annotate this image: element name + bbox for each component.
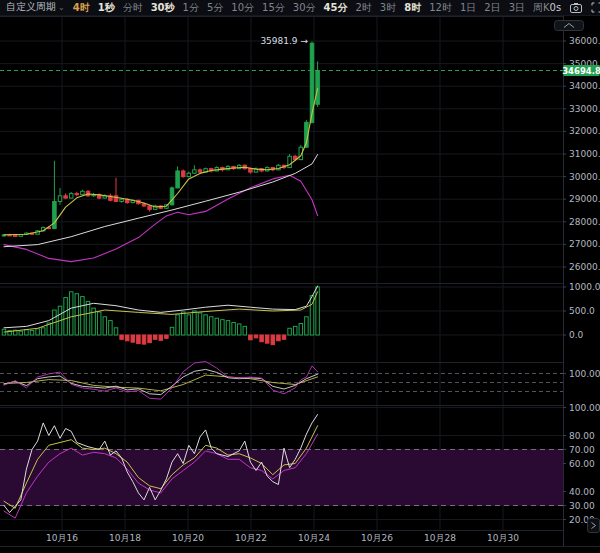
- volume-bar: [221, 320, 225, 335]
- volume-bar: [198, 313, 202, 335]
- volume-bar: [209, 317, 213, 335]
- volume-bar: [19, 331, 23, 335]
- candle-body: [58, 196, 62, 202]
- volume-bar: [75, 294, 79, 335]
- axis-label: 500.0: [569, 306, 595, 316]
- period-周K[interactable]: 周K: [533, 0, 550, 16]
- volume-bar: [237, 324, 241, 335]
- volume-bar: [193, 311, 197, 335]
- volume-bar: [299, 323, 303, 335]
- price-ma-magenta: [4, 175, 318, 261]
- date-label: 10月30: [487, 533, 519, 543]
- volume-bar: [243, 326, 247, 335]
- period-8时[interactable]: 8时: [404, 0, 421, 16]
- volume-bar: [265, 335, 269, 343]
- camera-icon[interactable]: [570, 3, 582, 13]
- date-label: 10月18: [109, 533, 141, 543]
- last-price-value: 34694.8: [562, 66, 600, 76]
- volume-bar: [131, 335, 135, 342]
- axis-label: 70.00: [569, 445, 595, 455]
- axis-label: 34000.0: [569, 81, 600, 91]
- period-1日[interactable]: 1日: [460, 0, 476, 16]
- collapse-pane-button[interactable]: [555, 21, 584, 31]
- period-30秒[interactable]: 30秒: [151, 0, 175, 16]
- volume-bar: [288, 328, 292, 335]
- axis-label: 40.00: [569, 487, 595, 497]
- volume-bar: [181, 312, 185, 335]
- axis-label: 26000.0: [569, 262, 600, 272]
- candle-body: [187, 173, 191, 176]
- volume-bar: [41, 328, 45, 335]
- candle-body: [53, 201, 57, 228]
- axis-label: 32000.0: [569, 126, 600, 136]
- candle-body: [193, 170, 197, 173]
- date-label: 10月26: [361, 533, 393, 543]
- cci-yellow: [4, 375, 318, 391]
- cci-magenta: [4, 361, 318, 399]
- expand-right-button[interactable]: [588, 519, 600, 533]
- period-5分[interactable]: 5分: [207, 0, 223, 16]
- axis-label: 33000.0: [569, 104, 600, 114]
- volume-bar: [97, 312, 101, 335]
- period-10分[interactable]: 10分: [231, 0, 254, 16]
- volume-bar: [30, 330, 34, 335]
- axis-label: 36000.0: [569, 36, 600, 46]
- fullscreen-icon[interactable]: [591, 2, 600, 13]
- candle-body: [176, 171, 180, 188]
- candle-body: [310, 43, 314, 122]
- date-label: 10月22: [235, 533, 267, 543]
- candle-body: [148, 206, 152, 209]
- axis-label: 30.00: [569, 501, 595, 511]
- kdj-band: [0, 450, 563, 506]
- axis-label: 31000.0: [569, 149, 600, 159]
- period-30分[interactable]: 30分: [293, 0, 316, 16]
- toolbar-right: 0s 未命名 ⌄ 下单: [550, 0, 600, 16]
- period-3时[interactable]: 3时: [380, 0, 396, 16]
- date-label: 10月24: [298, 533, 330, 543]
- period-toolbar: 自定义周期⌄4时1秒分时30秒1分5分10分15分30分45分2时3时8时12时…: [0, 0, 600, 16]
- period-自定义周期[interactable]: 自定义周期⌄: [6, 0, 65, 16]
- volume-bar: [165, 335, 169, 338]
- volume-bar: [103, 317, 107, 335]
- period-1秒[interactable]: 1秒: [98, 0, 115, 16]
- volume-bar: [153, 335, 157, 339]
- candle-body: [198, 170, 202, 172]
- period-2日[interactable]: 2日: [484, 0, 500, 16]
- candle-body: [288, 156, 292, 167]
- volume-bar: [137, 335, 141, 344]
- volume-bar: [142, 335, 146, 344]
- candle-body: [81, 191, 85, 194]
- volume-bar: [69, 292, 73, 335]
- period-3日[interactable]: 3日: [509, 0, 525, 16]
- period-4时[interactable]: 4时: [73, 0, 90, 16]
- axis-label: 60.00: [569, 459, 595, 469]
- period-15分[interactable]: 15分: [262, 0, 285, 16]
- period-list: 自定义周期⌄4时1秒分时30秒1分5分10分15分30分45分2时3时8时12时…: [0, 0, 550, 16]
- chevron-down-icon: ⌄: [58, 3, 65, 12]
- period-1分[interactable]: 1分: [183, 0, 199, 16]
- volume-bar: [120, 335, 124, 339]
- axis-label: 30000.0: [569, 172, 600, 182]
- volume-bars: [2, 287, 319, 345]
- axis-label: 1000.0: [569, 282, 600, 292]
- axis-label: 28000.0: [569, 217, 600, 227]
- collapse-button-bg: [555, 21, 584, 31]
- volume-bar: [159, 335, 163, 340]
- period-12时[interactable]: 12时: [429, 0, 452, 16]
- volume-bar: [86, 301, 90, 335]
- trading-chart-app: 自定义周期⌄4时1秒分时30秒1分5分10分15分30分45分2时3时8时12时…: [0, 0, 600, 553]
- period-45分[interactable]: 45分: [324, 0, 348, 16]
- period-分时[interactable]: 分时: [123, 0, 143, 16]
- candle-body: [120, 199, 124, 201]
- cci-yellow-line: [4, 375, 318, 391]
- chart-svg[interactable]: 35981.9 →36000.035000.034000.033000.0320…: [0, 0, 600, 553]
- volume-bar: [249, 335, 253, 340]
- period-2时[interactable]: 2时: [355, 0, 371, 16]
- axis-label: 29000.0: [569, 194, 600, 204]
- kdj-band-fill: [0, 450, 563, 506]
- volume-bar: [204, 315, 208, 335]
- high-price-label: 35981.9 →: [260, 36, 308, 46]
- candle-body: [69, 194, 73, 199]
- volume-bar: [232, 323, 236, 335]
- axis-label: 0.0: [569, 330, 584, 340]
